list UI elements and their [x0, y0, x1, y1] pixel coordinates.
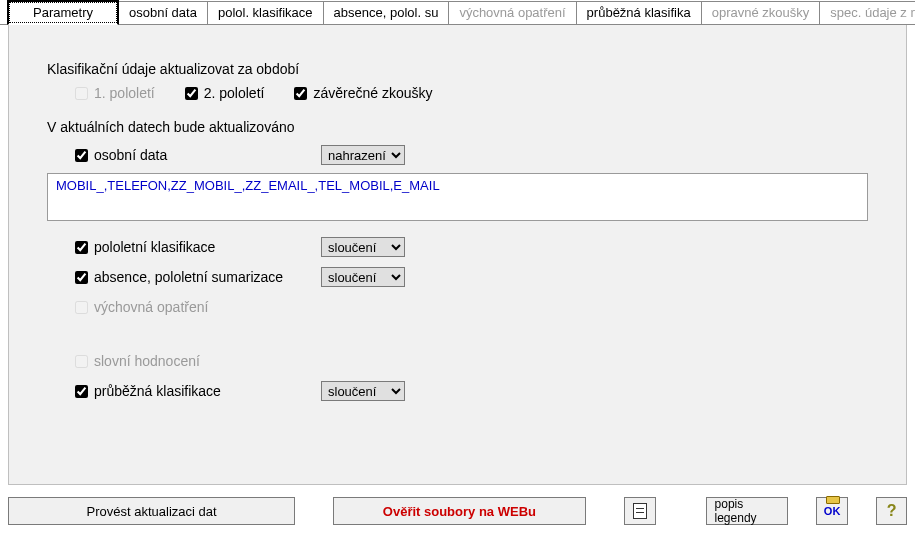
chk-2-pololeti[interactable]: 2. pololetí — [185, 85, 265, 101]
tab-bar: Parametry osobní data polol. klasifikace… — [0, 0, 915, 25]
chk-absence-input[interactable] — [75, 271, 88, 284]
tab-polol-klasifikace[interactable]: polol. klasifikace — [207, 1, 324, 24]
row-vychovna-opatreni: výchovná opatření — [47, 295, 868, 319]
perform-update-button[interactable]: Provést aktualizaci dat — [8, 497, 295, 525]
tab-osobni-data[interactable]: osobní data — [118, 1, 208, 24]
chk-prubezna-klasifikace[interactable]: průběžná klasifikace — [75, 383, 321, 399]
sel-osobni-mode[interactable]: nahrazení — [321, 145, 405, 165]
period-row: 1. pololetí 2. pololetí závěrečné zkoušk… — [47, 85, 868, 101]
sel-polol-mode[interactable]: sloučení — [321, 237, 405, 257]
sel-absence-mode[interactable]: sloučení — [321, 267, 405, 287]
chk-1-pololeti-input — [75, 87, 88, 100]
chk-slovni-hodnoceni-input — [75, 355, 88, 368]
sel-prubezna-mode[interactable]: sloučení — [321, 381, 405, 401]
bottom-toolbar: Provést aktualizaci dat Ověřit soubory n… — [8, 497, 907, 525]
chk-absence[interactable]: absence, pololetní sumarizace — [75, 269, 321, 285]
chk-1-pololeti: 1. pololetí — [75, 85, 155, 101]
row-osobni-data: osobní data nahrazení — [47, 143, 868, 167]
help-icon: ? — [887, 502, 897, 520]
chk-zaverecne-zkousky[interactable]: závěrečné zkoušky — [294, 85, 432, 101]
chk-slovni-hodnoceni: slovní hodnocení — [75, 353, 321, 369]
tab-parametry[interactable]: Parametry — [7, 0, 119, 25]
chk-pololetni-klasifikace-input[interactable] — [75, 241, 88, 254]
document-button[interactable] — [624, 497, 656, 525]
parametry-panel: Klasifikační údaje aktualizovat za obdob… — [8, 25, 907, 485]
ok-icon: OK — [824, 505, 841, 517]
row-pololetni-klasifikace: pololetní klasifikace sloučení — [47, 235, 868, 259]
update-heading: V aktuálních datech bude aktualizováno — [47, 119, 868, 135]
chk-prubezna-klasifikace-input[interactable] — [75, 385, 88, 398]
chk-zaverecne-zkousky-input[interactable] — [294, 87, 307, 100]
row-prubezna-klasifikace: průběžná klasifikace sloučení — [47, 379, 868, 403]
help-button[interactable]: ? — [876, 497, 907, 525]
chk-osobni-data[interactable]: osobní data — [75, 147, 321, 163]
tab-opravne-zkousky: opravné zkoušky — [701, 1, 821, 24]
chk-2-pololeti-input[interactable] — [185, 87, 198, 100]
tab-spec-udaje: spec. údaje z matri — [819, 1, 915, 24]
legend-button[interactable]: popis legendy — [706, 497, 789, 525]
chk-vychovna-opatreni: výchovná opatření — [75, 299, 321, 315]
chk-pololetni-klasifikace[interactable]: pololetní klasifikace — [75, 239, 321, 255]
verify-web-button[interactable]: Ověřit soubory na WEBu — [333, 497, 585, 525]
chk-vychovna-opatreni-input — [75, 301, 88, 314]
row-absence: absence, pololetní sumarizace sloučení — [47, 265, 868, 289]
fields-list-text: MOBIL_,TELEFON,ZZ_MOBIL_,ZZ_EMAIL_,TEL_M… — [56, 178, 440, 193]
chk-osobni-data-input[interactable] — [75, 149, 88, 162]
document-icon — [633, 503, 647, 519]
tab-prubezna-klasifikace[interactable]: průběžná klasifika — [576, 1, 702, 24]
period-heading: Klasifikační údaje aktualizovat za obdob… — [47, 61, 868, 77]
row-slovni-hodnoceni: slovní hodnocení — [47, 349, 868, 373]
fields-list-box[interactable]: MOBIL_,TELEFON,ZZ_MOBIL_,ZZ_EMAIL_,TEL_M… — [47, 173, 868, 221]
tab-vychovna-opatreni: výchovná opatření — [448, 1, 576, 24]
tab-absence-polol[interactable]: absence, polol. su — [323, 1, 450, 24]
ok-button[interactable]: OK — [816, 497, 848, 525]
